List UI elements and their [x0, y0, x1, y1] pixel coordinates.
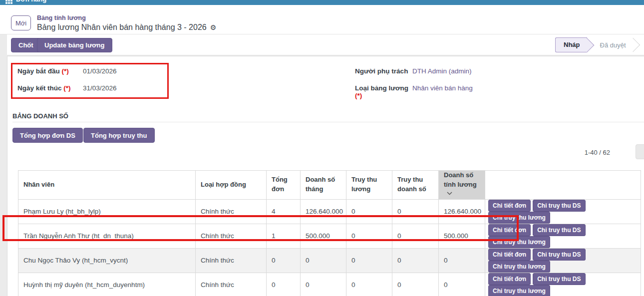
data-cell[interactable]: 0 [301, 273, 346, 296]
data-cell[interactable]: 126.640.000 [301, 199, 346, 224]
data-cell[interactable]: 500.000 [439, 224, 485, 248]
table-row-2: Trần Nguyễn Anh Thư (ht_dn_thuna)Chính t… [18, 224, 641, 248]
field-start-date-row: Ngày bắt đầu (*) 01/03/2026 [17, 67, 117, 75]
employee-cell[interactable]: Huỳnh thị mỹ duyên (ht_hcm_duyenhtm) [18, 273, 196, 296]
page-title: Bảng lương Nhân viên bán hàng tháng 3 - … [37, 22, 216, 32]
breadcrumb-bar: Mới Bảng tính lương Bảng lương Nhân viên… [0, 5, 644, 34]
apps-grid-icon[interactable] [5, 0, 12, 4]
order-detail-button[interactable]: Chi tiết đơn [488, 224, 531, 236]
step-separator-chevron-icon [632, 37, 639, 52]
field-label: Người phụ trách [355, 67, 412, 75]
recovery-salary-button[interactable]: Chi truy thu lương [488, 212, 550, 224]
recovery-ds-button[interactable]: Chi truy thu DS [533, 273, 585, 285]
start-date-value[interactable]: 01/03/2026 [83, 67, 117, 75]
table-row-3: Chu Ngọc Thảo Vy (ht_hcm_vycnt)Chính thứ… [18, 248, 641, 273]
order-detail-button[interactable]: Chi tiết đơn [488, 249, 531, 261]
column-header-3[interactable]: Tổng đơn [267, 171, 301, 200]
top-navbar: Đơn hàng [0, 0, 644, 5]
order-detail-button[interactable]: Chi tiết đơn [488, 200, 531, 212]
field-label: Ngày bắt đầu (*) [17, 67, 83, 75]
data-cell[interactable]: Chính thức [196, 224, 267, 248]
data-cell[interactable]: 0 [301, 248, 346, 273]
row-actions-cell: Chi tiết đơnChi truy thu DSChi truy thu … [485, 199, 641, 224]
page-background: Chốt Update bảng lương NhápĐã duyệtĐã ti… [0, 34, 644, 296]
field-label: Loại bảng lương (*) [355, 84, 412, 99]
recovery-salary-button[interactable]: Chi truy thu lương [488, 236, 550, 248]
data-cell[interactable]: Chính thức [196, 199, 267, 224]
column-header-2[interactable]: Loại hợp đồng [196, 171, 267, 200]
data-cell[interactable]: 500.000 [301, 224, 346, 248]
recovery-ds-button[interactable]: Chi truy thu DS [533, 224, 585, 236]
sales-table: Nhân viênLoại hợp đồngTổng đơnDoanh số t… [18, 170, 641, 296]
data-cell[interactable]: 0 [439, 273, 485, 296]
pager-range: 1-40 / 62 [585, 149, 610, 156]
row-actions-cell: Chi tiết đơnChi truy thu DSChi truy thu … [485, 273, 641, 296]
data-cell[interactable]: 126.640.000 [439, 199, 485, 224]
app-menu-orders[interactable]: Đơn hàng [16, 0, 46, 3]
field-manager-row: Người phụ trách DTH Admin (admin) [355, 67, 472, 75]
column-header-5[interactable]: Truy thu lương [346, 171, 392, 200]
data-cell[interactable]: 0 [392, 199, 439, 224]
table-row-1: Phạm Lưu Ly (ht_bh_lylp)Chính thức4126.6… [18, 199, 641, 224]
order-detail-button[interactable]: Chi tiết đơn [488, 273, 531, 285]
data-cell[interactable]: 0 [346, 199, 392, 224]
column-header-4[interactable]: Doanh số tháng [301, 171, 346, 200]
data-cell[interactable]: Chính thức [196, 273, 267, 296]
field-salary-type-row: Loại bảng lương (*) Nhân viên bán hàng [355, 84, 473, 99]
sort-desc-caret-icon [447, 192, 452, 195]
summary-orders-button[interactable]: Tổng hợp đơn DS [12, 128, 83, 143]
data-cell[interactable]: 1 [267, 224, 301, 248]
action-bar: Chốt Update bảng lương NhápĐã duyệtĐã ti [7, 34, 644, 55]
row-actions-cell: Chi tiết đơnChi truy thu DSChi truy thu … [485, 248, 641, 273]
data-cell[interactable]: 0 [346, 248, 392, 273]
data-cell[interactable]: 4 [267, 199, 301, 224]
field-end-date-row: Ngày kết thúc (*) 31/03/2026 [17, 84, 117, 92]
data-cell[interactable]: 0 [392, 224, 439, 248]
employee-cell[interactable]: Chu Ngọc Thảo Vy (ht_hcm_vycnt) [18, 248, 196, 273]
recovery-salary-button[interactable]: Chi truy thu lương [488, 285, 550, 296]
breadcrumb: Bảng tính lương Bảng lương Nhân viên bán… [37, 14, 216, 32]
column-header-6[interactable]: Truy thu doanh số [392, 171, 439, 200]
data-cell[interactable]: 0 [439, 248, 485, 273]
status-stepper: NhápĐã duyệtĐã ti [555, 37, 644, 52]
data-cell[interactable]: 0 [267, 273, 301, 296]
new-button[interactable]: Mới [11, 15, 31, 30]
data-cell[interactable]: 0 [346, 224, 392, 248]
recovery-ds-button[interactable]: Chi truy thu DS [533, 200, 585, 212]
end-date-value[interactable]: 31/03/2026 [83, 84, 117, 92]
confirm-button[interactable]: Chốt [11, 38, 41, 52]
section-divider [12, 122, 644, 122]
recovery-salary-button[interactable]: Chi truy thu lương [488, 261, 550, 273]
data-cell[interactable]: Chính thức [196, 248, 267, 273]
data-cell[interactable]: 0 [346, 273, 392, 296]
breadcrumb-parent-link[interactable]: Bảng tính lương [37, 14, 216, 22]
data-cell[interactable]: 0 [267, 248, 301, 273]
field-label: Ngày kết thúc (*) [17, 84, 83, 92]
manager-link[interactable]: DTH Admin (admin) [412, 67, 472, 75]
table-header: Nhân viênLoại hợp đồngTổng đơnDoanh số t… [18, 171, 641, 200]
data-cell[interactable]: 0 [392, 273, 439, 296]
recovery-ds-button[interactable]: Chi truy thu DS [533, 249, 585, 261]
update-salary-button[interactable]: Update bảng lương [37, 38, 112, 52]
summary-recovery-button[interactable]: Tổng hợp truy thu [83, 128, 155, 143]
column-header-1[interactable]: Nhân viên [18, 171, 196, 200]
data-cell[interactable]: 0 [392, 248, 439, 273]
salary-type-link[interactable]: Nhân viên bán hàng [412, 84, 473, 99]
status-step-1[interactable]: Nháp [555, 37, 587, 52]
employee-cell[interactable]: Phạm Lưu Ly (ht_bh_lylp) [18, 199, 196, 224]
gear-icon[interactable]: ⚙ [210, 23, 217, 31]
employee-cell[interactable]: Trần Nguyễn Anh Thư (ht_dn_thuna) [18, 224, 196, 248]
pager-prev-button[interactable] [636, 144, 644, 159]
section-title-sales: BẢNG DOANH SỐ [12, 112, 68, 120]
column-header-7[interactable]: Doanh số tính lương [439, 171, 485, 200]
table-row-4: Huỳnh thị mỹ duyên (ht_hcm_duyenhtm)Chín… [18, 273, 641, 296]
column-header-actions [485, 171, 641, 200]
row-actions-cell: Chi tiết đơnChi truy thu DSChi truy thu … [485, 224, 641, 248]
form-sheet: Ngày bắt đầu (*) 01/03/2026 Ngày kết thú… [7, 56, 644, 296]
